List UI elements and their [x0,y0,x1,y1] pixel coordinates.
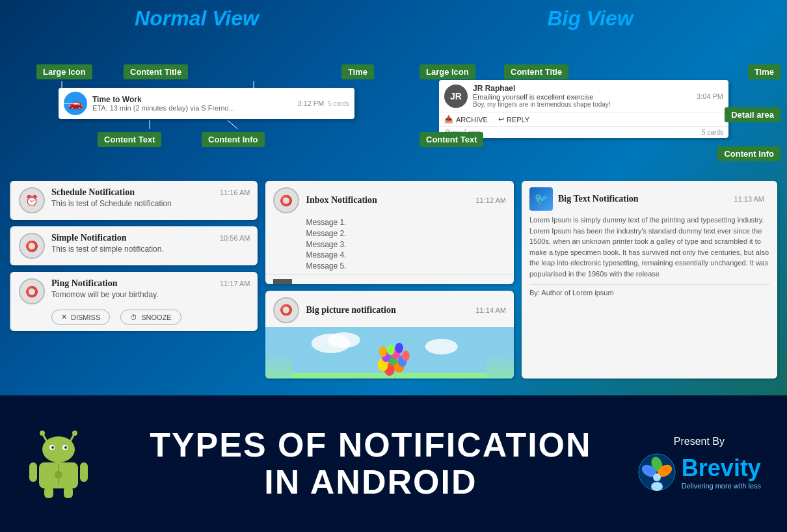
bigpic-image [265,327,513,379]
simple-notification-card: ⭕ Simple Notification 10:56 AM This is t… [10,226,258,265]
inbox-title: Inbox Notification [306,195,377,206]
svg-point-45 [651,482,663,491]
brevity-brand-name: Brevity [682,455,761,482]
inbox-top: ⭕ Inbox Notification 11:12 AM [265,181,513,216]
nv-text: ETA: 13 min (2 minutes delay) via S Frem… [92,104,292,112]
banner-title-line1: TYPES OF NOTIFICATION [104,427,637,464]
schedule-title: Schedule Notification [51,187,135,198]
snooze-icon: ⏱ [130,313,137,321]
inbox-time: 11:12 AM [475,196,505,204]
bv-notif-top: JR JR Raphael Emailing yourself is excel… [439,80,728,113]
ping-time: 11:17 AM [220,280,250,287]
inbox-card-body: Inbox Notification 11:12 AM [299,195,505,206]
svg-point-28 [42,436,75,462]
bv-reply-btn[interactable]: ↩ REPLY [498,115,529,124]
ping-card-body: Ping Notification 11:17 AM Tomorrow will… [45,278,250,299]
bigpic-time: 11:14 AM [475,306,505,314]
bigpic-icon: ⭕ [273,297,299,323]
page-container: Normal View 🚗 Time to Work ETA: 13 min (… [0,0,787,384]
big-view-title: Big View [400,7,780,31]
nv-time-label: Time [341,64,374,79]
svg-point-44 [653,473,661,481]
nv-title: Time to Work [92,95,292,104]
dismiss-button[interactable]: ✕ DISMISS [51,310,110,325]
normal-view-title: Normal View [7,7,387,31]
svg-rect-34 [29,462,37,482]
simple-icon: ⭕ [19,233,45,259]
svg-point-31 [51,446,54,449]
bigpic-top: ⭕ Big picture notification 11:14 AM [265,291,513,327]
svg-point-21 [379,347,387,357]
inbox-show-activity[interactable]: ➡ SHOW ACTIVITY [265,274,513,284]
bigpicture-notification-card: ⭕ Big picture notification 11:14 AM [265,291,513,379]
simple-time: 10:56 AM [220,234,250,242]
simple-card-body: Simple Notification 10:56 AM This is tes… [45,233,250,254]
bigpic-card-body: Big picture notification 11:14 AM [299,305,505,315]
svg-point-9 [328,332,360,348]
nv-info: 5 cards [328,100,349,107]
svg-point-19 [387,345,395,355]
left-column: ⏰ Schedule Notification 11:16 AM This is… [10,181,258,379]
banner-title-line2: IN ANDROID [104,464,637,501]
bottom-banner: TYPES OF NOTIFICATION IN ANDROID Present… [0,395,787,532]
svg-point-20 [395,343,403,353]
ping-top: ⭕ Ping Notification 11:17 AM Tomorrow wi… [19,278,250,304]
normal-view-area: Normal View 🚗 Time to Work ETA: 13 min (… [0,0,394,176]
dismiss-label: DISMISS [71,313,100,321]
snooze-label: SNOOZE [141,313,171,321]
android-robot-area [26,427,104,501]
bigtext-author: By: Author of Lorem ipsum [529,284,769,297]
inbox-notification-card: ⭕ Inbox Notification 11:12 AM Message 1.… [265,181,513,284]
svg-point-10 [425,339,458,354]
bv-subtitle: Emailing yourself is excellent exercise [473,93,691,101]
bv-content: JR Raphael Emailing yourself is excellen… [468,84,697,108]
normal-view-diagram: 🚗 Time to Work ETA: 13 min (2 minutes de… [7,36,387,166]
schedule-header: Schedule Notification 11:16 AM [51,187,250,198]
inbox-header: Inbox Notification 11:12 AM [306,195,505,206]
nv-time: 3:12 PM [297,100,324,107]
simple-header: Simple Notification 10:56 AM [51,233,250,243]
ping-icon: ⭕ [19,278,45,304]
ping-title: Ping Notification [51,278,118,289]
brevity-logo-icon [637,453,676,492]
dismiss-icon: ✕ [61,313,67,321]
ping-header: Ping Notification 11:17 AM [51,278,250,289]
inbox-msg-4: Message 4. [306,250,505,261]
bv-time: 3:04 PM [697,92,723,100]
nv-content: Time to Work ETA: 13 min (2 minutes dela… [87,95,297,112]
svg-rect-35 [80,462,88,482]
bv-large-icon-label: Large Icon [420,64,475,79]
bv-content-info-label: Content Info [717,146,780,161]
bv-content-text-label: Content Text [420,132,483,147]
nv-content-info-label: Content Info [202,132,265,147]
bv-info: 5 cards [702,129,723,136]
snooze-button[interactable]: ⏱ SNOOZE [120,310,181,325]
brevity-name-area: Brevity Delivering more with less [682,455,761,490]
bv-content-title-label: Content Title [504,64,568,79]
middle-column: ⭕ Inbox Notification 11:12 AM Message 1.… [265,181,513,379]
nv-content-text-label: Content Text [98,132,161,147]
schedule-card-body: Schedule Notification 11:16 AM This is t… [45,187,250,208]
inbox-msg-3: Message 3. [306,239,505,250]
brevity-tagline: Delivering more with less [682,482,761,490]
svg-point-32 [64,446,67,449]
svg-rect-37 [64,486,73,498]
banner-title-area: TYPES OF NOTIFICATION IN ANDROID [104,427,637,501]
svg-point-18 [402,351,410,361]
inbox-msg-2: Message 2. [306,228,505,239]
archive-icon: 📥 [444,115,453,124]
right-column: 🐦 Big Text Notification 11:13 AM Lorem I… [522,181,777,379]
ping-text: Tomorrow will be your birthday. [51,290,250,299]
bv-archive-btn[interactable]: 📥 ARCHIVE [444,115,488,124]
bigtext-time: 11:13 AM [734,195,764,203]
big-view-notif-bar: JR JR Raphael Emailing yourself is excel… [439,80,728,138]
svg-line-5 [228,120,237,129]
bigtext-header: 🐦 Big Text Notification 11:13 AM [529,187,769,211]
bigtext-body: Lorem Ipsum is simply dummy text of the … [529,215,769,279]
svg-point-39 [55,471,62,479]
normal-view-notif-bar: 🚗 Time to Work ETA: 13 min (2 minutes de… [59,88,354,119]
svg-rect-36 [44,486,53,498]
inbox-msg-5: Message 5. [306,261,505,272]
schedule-notification-card: ⏰ Schedule Notification 11:16 AM This is… [10,181,258,220]
android-robot-svg [26,427,91,498]
